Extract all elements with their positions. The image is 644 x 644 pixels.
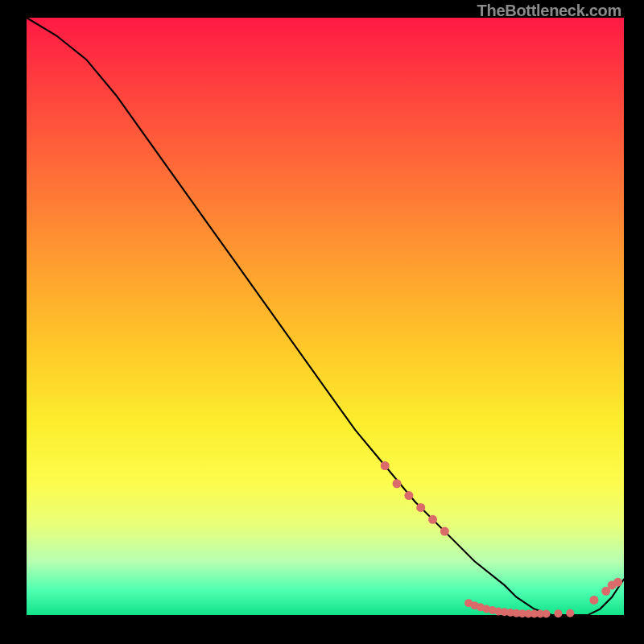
bottleneck-curve [27,18,624,615]
data-marker [393,479,402,488]
data-marker [428,515,437,524]
data-markers [381,461,622,618]
attribution-text: TheBottleneck.com [477,2,621,20]
data-marker [554,609,562,617]
chart-canvas [27,18,624,615]
data-marker [613,578,622,587]
data-marker [404,491,413,500]
data-marker [589,596,598,605]
data-marker [440,527,449,536]
data-marker [566,609,574,617]
data-marker [381,461,390,470]
data-marker [543,610,551,618]
chart-svg [27,18,624,615]
data-marker [416,503,425,512]
